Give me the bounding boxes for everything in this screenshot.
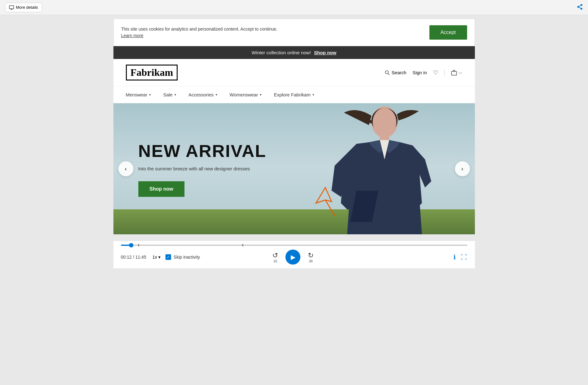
more-details-label: More details bbox=[16, 5, 38, 10]
total-time: 11:45 bbox=[135, 255, 146, 260]
carousel-prev-button[interactable]: ‹ bbox=[118, 161, 133, 176]
site-header: Fabrikam Search Sign in ♡ ··· bbox=[113, 59, 475, 86]
rewind-label: 10 bbox=[274, 260, 277, 263]
nav-accessories[interactable]: Accessories ▾ bbox=[189, 86, 217, 103]
svg-rect-0 bbox=[9, 6, 14, 9]
cart-area[interactable]: ··· bbox=[451, 70, 462, 76]
rewind-icon: ↺ bbox=[272, 251, 278, 260]
nav-womenswear-label: Womenswear bbox=[230, 92, 258, 97]
skip-inactivity-control: ✓ Skip inactivity bbox=[165, 254, 200, 260]
speed-value: 1x bbox=[152, 255, 157, 260]
speed-control[interactable]: 1x ▾ bbox=[152, 255, 160, 260]
skip-inactivity-label: Skip inactivity bbox=[174, 255, 200, 260]
fullscreen-button[interactable]: ⛶ bbox=[461, 254, 467, 261]
nav-bar: Menswear ▾ Sale ▾ Accessories ▾ Womenswe… bbox=[113, 86, 475, 103]
forward-icon: ↻ bbox=[308, 251, 313, 260]
wishlist-icon[interactable]: ♡ bbox=[433, 69, 438, 76]
progress-thumb[interactable] bbox=[129, 243, 133, 247]
nav-menswear[interactable]: Menswear ▾ bbox=[126, 86, 151, 103]
svg-point-3 bbox=[385, 71, 388, 74]
chevron-down-icon: ▾ bbox=[260, 93, 261, 96]
cart-icon bbox=[451, 70, 457, 76]
chevron-down-icon: ▾ bbox=[174, 93, 176, 96]
header-actions: Search Sign in ♡ ··· bbox=[385, 69, 462, 76]
learn-more-link[interactable]: Learn more bbox=[121, 33, 144, 38]
browser-toolbar: More details bbox=[0, 0, 588, 15]
logo[interactable]: Fabrikam bbox=[126, 65, 178, 80]
signin-link[interactable]: Sign in bbox=[413, 70, 427, 75]
progress-track[interactable] bbox=[121, 245, 467, 246]
search-area[interactable]: Search bbox=[385, 70, 407, 75]
search-icon bbox=[385, 70, 390, 75]
right-controls: ℹ ⛶ bbox=[453, 253, 467, 261]
promo-shop-now-link[interactable]: Shop now bbox=[314, 50, 337, 55]
nav-menswear-label: Menswear bbox=[126, 92, 147, 97]
hero-section: NEW ARRIVAL Into the summer breeze with … bbox=[113, 103, 475, 234]
chevron-down-icon: ▾ bbox=[216, 93, 217, 96]
hero-subtitle: Into the summer breeze with all new desi… bbox=[138, 166, 450, 171]
skip-inactivity-checkbox[interactable]: ✓ bbox=[165, 254, 171, 260]
cart-more-icon[interactable]: ··· bbox=[458, 70, 462, 75]
hero-content: NEW ARRIVAL Into the summer breeze with … bbox=[113, 103, 475, 234]
nav-sale[interactable]: Sale ▾ bbox=[163, 86, 176, 103]
more-details-button[interactable]: More details bbox=[5, 3, 42, 12]
play-icon: ▶ bbox=[291, 253, 295, 261]
rewind-button[interactable]: ↺ 10 bbox=[272, 251, 278, 263]
search-label: Search bbox=[392, 70, 407, 75]
progress-marker bbox=[138, 244, 139, 246]
promo-text: Winter collection online now! bbox=[252, 50, 311, 55]
page-wrapper: This site uses cookies for analytics and… bbox=[113, 19, 475, 268]
nav-explore-label: Explore Fabrikam bbox=[274, 92, 311, 97]
forward-button[interactable]: ↻ 30 bbox=[308, 251, 313, 263]
nav-explore-fabrikam[interactable]: Explore Fabrikam ▾ bbox=[274, 86, 314, 103]
chevron-down-icon: ▾ bbox=[313, 93, 314, 96]
current-time: 00:12 bbox=[121, 255, 132, 260]
svg-rect-5 bbox=[452, 71, 457, 75]
shop-now-button[interactable]: Shop now bbox=[138, 181, 184, 197]
carousel-next-button[interactable]: › bbox=[455, 161, 470, 176]
cookie-banner: This site uses cookies for analytics and… bbox=[113, 19, 475, 46]
promo-bar: Winter collection online now! Shop now bbox=[113, 46, 475, 59]
monitor-icon bbox=[9, 5, 14, 10]
player-controls: 00:12 / 11:45 1x ▾ ✓ Skip inactivity ↺ 1… bbox=[113, 246, 475, 268]
time-display: 00:12 / 11:45 bbox=[121, 255, 146, 260]
accept-button[interactable]: Accept bbox=[429, 25, 467, 40]
hero-title: NEW ARRIVAL bbox=[138, 141, 450, 161]
video-player: 00:12 / 11:45 1x ▾ ✓ Skip inactivity ↺ 1… bbox=[113, 241, 475, 268]
share-button[interactable] bbox=[577, 4, 583, 11]
chevron-down-icon: ▾ bbox=[158, 255, 160, 260]
svg-line-4 bbox=[388, 73, 390, 75]
divider bbox=[444, 70, 445, 76]
chevron-down-icon: ▾ bbox=[149, 93, 151, 96]
nav-accessories-label: Accessories bbox=[189, 92, 214, 97]
cookie-text: This site uses cookies for analytics and… bbox=[121, 26, 278, 39]
progress-marker-2 bbox=[242, 244, 243, 246]
play-button[interactable]: ▶ bbox=[285, 250, 300, 265]
forward-label: 30 bbox=[309, 260, 313, 263]
share-icon bbox=[577, 4, 583, 10]
progress-bar-area[interactable] bbox=[113, 241, 475, 246]
nav-womenswear[interactable]: Womenswear ▾ bbox=[230, 86, 261, 103]
nav-sale-label: Sale bbox=[163, 92, 173, 97]
info-button[interactable]: ℹ bbox=[453, 253, 456, 261]
cookie-message: This site uses cookies for analytics and… bbox=[121, 27, 278, 32]
center-controls: ↺ 10 ▶ ↻ 30 bbox=[272, 250, 313, 265]
